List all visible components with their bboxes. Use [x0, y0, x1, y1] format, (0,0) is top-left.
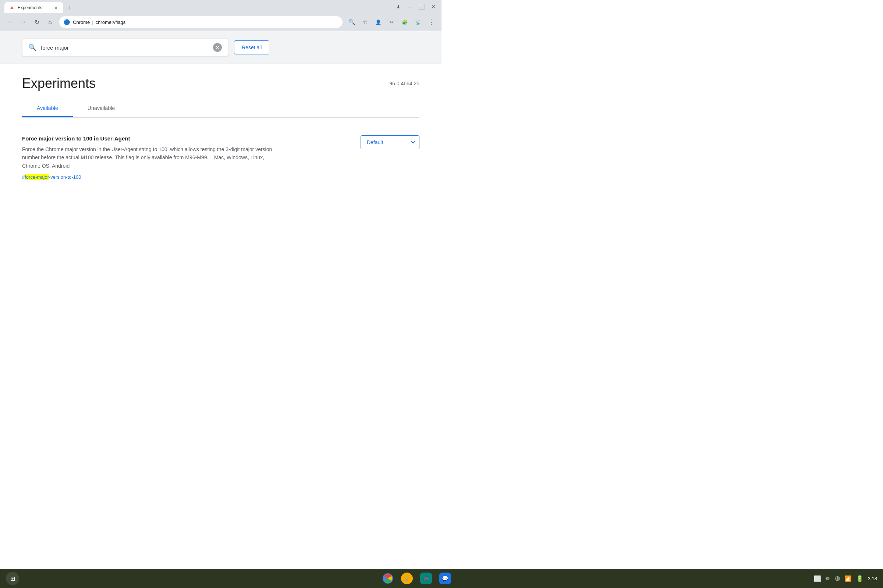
download-indicator[interactable]: ⬇ [393, 2, 403, 12]
search-button[interactable]: 🔍 [346, 16, 357, 28]
flag-title: Force major version to 100 in User-Agent [22, 135, 346, 142]
tab-favicon: 🔺 [9, 5, 15, 10]
back-button[interactable]: ← [5, 16, 16, 28]
content-area: 🔍 ✕ Reset all Experiments 96.0.4664.25 A… [0, 31, 442, 296]
flags-search-input[interactable] [41, 45, 209, 51]
flags-search-container: 🔍 ✕ [22, 39, 228, 56]
reload-button[interactable]: ↻ [31, 16, 43, 28]
tab-title: Experiments [18, 5, 50, 10]
url-text: Chrome | chrome://flags [73, 20, 125, 25]
bookmark-button[interactable]: ☆ [359, 16, 371, 28]
tab-bar: 🔺 Experiments ✕ + [3, 0, 393, 13]
toolbar-actions: 🔍 ☆ 👤 ✂ 🧩 📡 ⋮ [346, 16, 437, 28]
url-path: chrome://flags [96, 20, 126, 25]
flag-select-dropdown[interactable]: Default Enabled Disabled [360, 135, 419, 149]
forward-button[interactable]: → [18, 16, 29, 28]
flag-link-highlight: force-major [25, 174, 49, 180]
version-text: 96.0.4664.25 [389, 81, 419, 86]
flag-description: Force the Chrome major version in the Us… [22, 145, 272, 170]
address-bar: ← → ↻ ⌂ 🔵 Chrome | chrome://flags 🔍 ☆ 👤 … [0, 13, 442, 31]
flag-item: Force major version to 100 in User-Agent… [22, 129, 419, 186]
menu-button[interactable]: ⋮ [425, 16, 437, 28]
cast-button[interactable]: 📡 [412, 16, 424, 28]
page-header: Experiments 96.0.4664.25 [22, 64, 419, 100]
tab-unavailable[interactable]: Unavailable [73, 100, 130, 117]
search-section: 🔍 ✕ Reset all [0, 31, 442, 64]
search-icon: 🔍 [29, 44, 36, 51]
main-content: Experiments 96.0.4664.25 Available Unava… [0, 64, 442, 198]
new-tab-button[interactable]: + [65, 3, 75, 13]
url-separator: | [92, 20, 93, 25]
tab-close-button[interactable]: ✕ [53, 5, 59, 10]
page-title: Experiments [22, 76, 96, 91]
nav-buttons: ← → ↻ ⌂ [5, 16, 56, 28]
url-chrome-label: Chrome [73, 20, 90, 25]
browser-chrome: 🔺 Experiments ✕ + ⬇ — ⬜ ✕ ← → ↻ ⌂ 🔵 Chro… [0, 0, 442, 31]
profile-button[interactable]: 👤 [372, 16, 384, 28]
home-button[interactable]: ⌂ [44, 16, 56, 28]
reset-all-button[interactable]: Reset all [234, 40, 269, 54]
tab-available[interactable]: Available [22, 100, 73, 117]
flags-list: Force major version to 100 in User-Agent… [22, 118, 419, 198]
flag-anchor-link[interactable]: #force-major-version-to-100 [22, 174, 81, 180]
minimize-button[interactable]: — [405, 2, 415, 12]
tabs-container: Available Unavailable [22, 100, 419, 118]
url-bar[interactable]: 🔵 Chrome | chrome://flags [59, 16, 343, 28]
maximize-button[interactable]: ⬜ [416, 2, 427, 12]
active-tab[interactable]: 🔺 Experiments ✕ [5, 2, 63, 13]
flag-info: Force major version to 100 in User-Agent… [22, 135, 346, 180]
close-button[interactable]: ✕ [428, 2, 438, 12]
flag-control: Default Enabled Disabled [360, 135, 419, 149]
window-controls: ⬇ — ⬜ ✕ [393, 2, 438, 12]
title-bar: 🔺 Experiments ✕ + ⬇ — ⬜ ✕ [0, 0, 442, 13]
search-clear-button[interactable]: ✕ [213, 43, 222, 52]
flag-link-rest: -version-to-100 [49, 174, 81, 180]
url-security-icon: 🔵 [64, 19, 70, 25]
scissors-button[interactable]: ✂ [386, 16, 397, 28]
extensions-button[interactable]: 🧩 [399, 16, 411, 28]
